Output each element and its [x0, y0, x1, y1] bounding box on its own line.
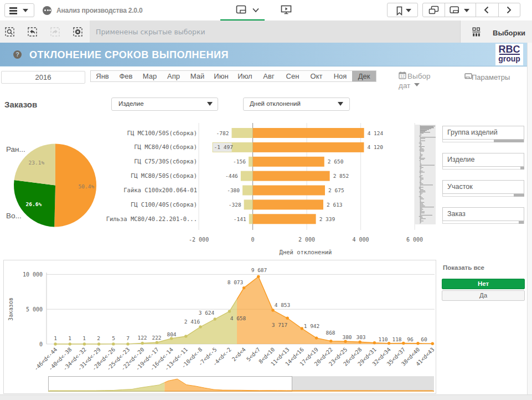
- svg-text:0: 0: [251, 237, 255, 243]
- svg-text:Заказов: Заказов: [8, 298, 14, 321]
- svg-text:1: 1: [68, 335, 71, 341]
- svg-text:4 658: 4 658: [230, 315, 246, 321]
- svg-text:2 613: 2 613: [327, 202, 343, 208]
- svg-text:868: 868: [326, 330, 335, 336]
- svg-text:-328: -328: [229, 202, 241, 208]
- svg-text:-1 497: -1 497: [214, 144, 233, 150]
- svg-text:-156: -156: [233, 158, 246, 165]
- svg-text:0: 0: [39, 341, 43, 347]
- svg-text:2 416: 2 416: [184, 319, 200, 325]
- svg-text:-446: -446: [225, 173, 238, 179]
- svg-text:2 339: 2 339: [319, 216, 335, 222]
- svg-text:6 000: 6 000: [406, 237, 423, 243]
- svg-text:2: 2: [97, 335, 100, 341]
- svg-text:2 000: 2 000: [298, 237, 315, 243]
- svg-text:60: 60: [421, 336, 427, 342]
- svg-text:5 000: 5 000: [26, 306, 43, 312]
- svg-text:5: 5: [112, 335, 115, 341]
- svg-text:8 073: 8 073: [228, 279, 244, 285]
- svg-text:804: 804: [167, 331, 176, 337]
- svg-text:Гильза МС80/40.22.201-0...: Гильза МС80/40.22.201-0...: [106, 216, 197, 222]
- svg-text:2 650: 2 650: [328, 158, 344, 165]
- svg-text:12: 12: [400, 74, 405, 78]
- svg-text:1 942: 1 942: [304, 323, 320, 329]
- svg-text:ГЦ МС80/50S(сборка): ГЦ МС80/50S(сборка): [131, 172, 197, 179]
- svg-text:ГЦ С75/30S(сборка): ГЦ С75/30S(сборка): [134, 158, 197, 165]
- svg-text:50.4%: 50.4%: [79, 183, 95, 189]
- svg-text:380: 380: [342, 334, 352, 340]
- svg-text:ГЦ С100/40S(сборка): ГЦ С100/40S(сборка): [131, 201, 197, 208]
- svg-text:4 124: 4 124: [368, 130, 384, 136]
- svg-text:2 675: 2 675: [328, 187, 344, 193]
- svg-text:303: 303: [356, 334, 365, 340]
- svg-text:118: 118: [392, 336, 401, 342]
- svg-text:Ран...: Ран...: [6, 145, 25, 153]
- svg-text:ГЦ МС100/50S(сборка): ГЦ МС100/50S(сборка): [127, 130, 197, 136]
- svg-text:7: 7: [126, 335, 130, 341]
- svg-text:222: 222: [152, 335, 161, 341]
- svg-text:2 852: 2 852: [333, 173, 349, 179]
- svg-text:122: 122: [137, 335, 147, 341]
- svg-text:4 853: 4 853: [275, 302, 291, 308]
- svg-text:-380: -380: [227, 187, 240, 193]
- svg-text:9 687: 9 687: [251, 267, 267, 273]
- svg-text:-2 000: -2 000: [189, 237, 209, 243]
- svg-text:110: 110: [378, 336, 388, 342]
- svg-text:Гайка С100х200.064-01: Гайка С100х200.064-01: [123, 187, 197, 193]
- svg-text:4 000: 4 000: [353, 237, 369, 243]
- svg-text:-782: -782: [216, 130, 229, 136]
- svg-text:Дней отклонений: Дней отклонений: [280, 249, 332, 255]
- svg-text:96: 96: [407, 336, 414, 342]
- svg-text:10 000: 10 000: [23, 271, 43, 278]
- svg-text:Во...: Во...: [6, 212, 22, 220]
- svg-text:3 624: 3 624: [199, 310, 215, 316]
- svg-text:2<d<4: 2<d<4: [231, 346, 247, 362]
- svg-text:1: 1: [54, 335, 57, 341]
- svg-text:26.6%: 26.6%: [26, 201, 42, 207]
- svg-text:4 120: 4 120: [367, 144, 383, 150]
- svg-text:-141: -141: [234, 216, 246, 222]
- svg-text:1: 1: [82, 335, 86, 341]
- svg-text:23.1%: 23.1%: [29, 160, 45, 166]
- svg-text:3 717: 3 717: [272, 322, 288, 328]
- svg-text:ГЦ МС80/40(сборка): ГЦ МС80/40(сборка): [134, 143, 197, 150]
